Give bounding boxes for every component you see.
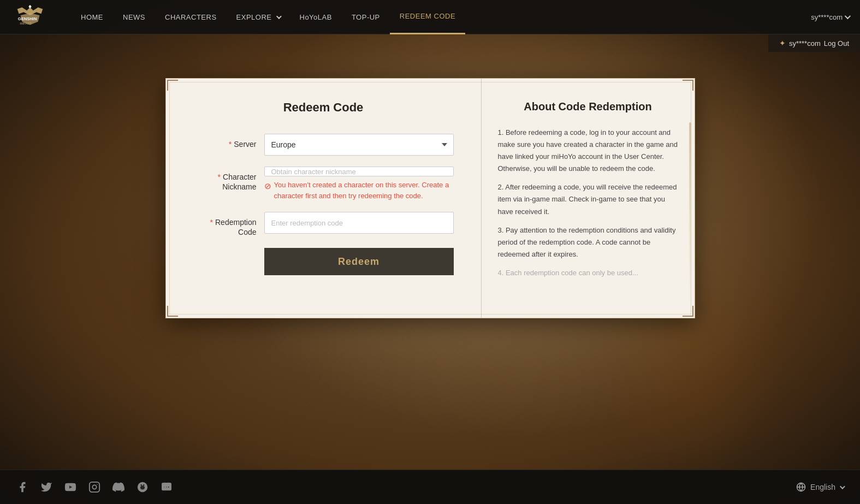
code-form-group: *RedemptionCode xyxy=(193,212,454,237)
globe-icon xyxy=(796,482,806,492)
nav-username: sy****com xyxy=(811,13,843,21)
about-point-2: 2. After redeeming a code, you will rece… xyxy=(498,181,678,217)
user-logout-banner: ✦ sy****com Log Out xyxy=(768,34,860,52)
nickname-field-container: ⊘ You haven't created a character on thi… xyxy=(264,167,454,201)
svg-point-5 xyxy=(92,485,96,489)
corner-decoration-tr xyxy=(683,80,693,91)
redemption-code-input[interactable] xyxy=(264,212,454,234)
panel-title: Redeem Code xyxy=(193,100,454,115)
footer: TV English xyxy=(0,470,860,504)
logout-button[interactable]: Log Out xyxy=(824,39,849,48)
svg-text:TV: TV xyxy=(164,485,169,489)
nickname-error-message: ⊘ You haven't created a character on thi… xyxy=(264,180,454,201)
redeem-dialog: Redeem Code *Server Europe America Asia … xyxy=(165,78,695,318)
facebook-icon[interactable] xyxy=(16,481,28,493)
about-point-4: 4. Each redemption code can only be used… xyxy=(498,267,678,279)
code-required-star: * xyxy=(210,218,213,227)
error-circle-icon: ⊘ xyxy=(264,180,271,193)
nav-hoyolab[interactable]: HoYoLAB xyxy=(290,0,342,34)
svg-rect-4 xyxy=(90,482,99,492)
nav-topup[interactable]: TOP-UP xyxy=(342,0,390,34)
about-content: 1. Before redeeming a code, log in to yo… xyxy=(498,127,678,279)
code-label: *RedemptionCode xyxy=(193,212,264,237)
corner-decoration-tl xyxy=(167,80,178,91)
youtube-icon[interactable] xyxy=(64,481,76,493)
instagram-icon[interactable] xyxy=(88,481,100,493)
server-required-star: * xyxy=(229,140,232,149)
about-point-1: 1. Before redeeming a code, log in to yo… xyxy=(498,127,678,175)
corner-decoration-br xyxy=(683,306,693,317)
bilibili-icon[interactable]: TV xyxy=(161,481,173,493)
language-chevron-icon xyxy=(840,484,845,489)
nickname-label: *CharacterNickname xyxy=(193,167,264,192)
nickname-required-star: * xyxy=(218,173,221,181)
error-text: You haven't created a character on this … xyxy=(274,180,454,201)
language-label: English xyxy=(810,483,835,491)
nav-explore[interactable]: EXPLORE xyxy=(227,0,290,34)
nav-home[interactable]: HOME xyxy=(71,0,113,34)
logo[interactable]: GENSHIN IMPACT xyxy=(11,3,49,31)
server-select[interactable]: Europe America Asia TW/HK/MO xyxy=(264,134,454,156)
social-icons-group: TV xyxy=(16,481,173,493)
server-label: *Server xyxy=(193,134,264,149)
left-panel: Redeem Code *Server Europe America Asia … xyxy=(166,79,482,318)
svg-text:GENSHIN: GENSHIN xyxy=(18,16,37,21)
nav-news[interactable]: NEWS xyxy=(113,0,155,34)
main-content: Redeem Code *Server Europe America Asia … xyxy=(0,34,860,470)
nav-user-chevron-icon xyxy=(845,13,851,19)
nav-redeem-code[interactable]: REDEEM CODE xyxy=(390,0,465,34)
svg-point-6 xyxy=(97,484,97,484)
star-icon: ✦ xyxy=(779,39,786,48)
redeem-button[interactable]: Redeem xyxy=(264,248,454,275)
nav-links: HOME NEWS CHARACTERS EXPLORE HoYoLAB TOP… xyxy=(71,0,811,34)
explore-chevron-icon xyxy=(276,14,281,19)
about-title: About Code Redemption xyxy=(498,100,678,113)
server-select-wrapper: Europe America Asia TW/HK/MO xyxy=(264,134,454,156)
nav-user-area: sy****com xyxy=(811,13,849,21)
nickname-form-group: *CharacterNickname ⊘ You haven't created… xyxy=(193,167,454,201)
nickname-input[interactable] xyxy=(264,167,454,176)
reddit-icon[interactable] xyxy=(137,481,149,493)
corner-decoration-bl xyxy=(167,306,178,317)
nav-characters[interactable]: CHARACTERS xyxy=(155,0,227,34)
navbar: GENSHIN IMPACT HOME NEWS CHARACTERS EXPL… xyxy=(0,0,860,34)
about-point-3: 3. Pay attention to the redemption condi… xyxy=(498,224,678,260)
twitter-icon[interactable] xyxy=(40,481,52,493)
nav-user-button[interactable]: sy****com xyxy=(811,13,849,21)
right-panel: About Code Redemption 1. Before redeemin… xyxy=(482,79,695,318)
server-form-group: *Server Europe America Asia TW/HK/MO xyxy=(193,134,454,156)
svg-text:IMPACT: IMPACT xyxy=(20,22,32,25)
discord-icon[interactable] xyxy=(112,481,124,493)
banner-username: sy****com xyxy=(789,39,821,48)
language-selector[interactable]: English xyxy=(796,482,844,492)
